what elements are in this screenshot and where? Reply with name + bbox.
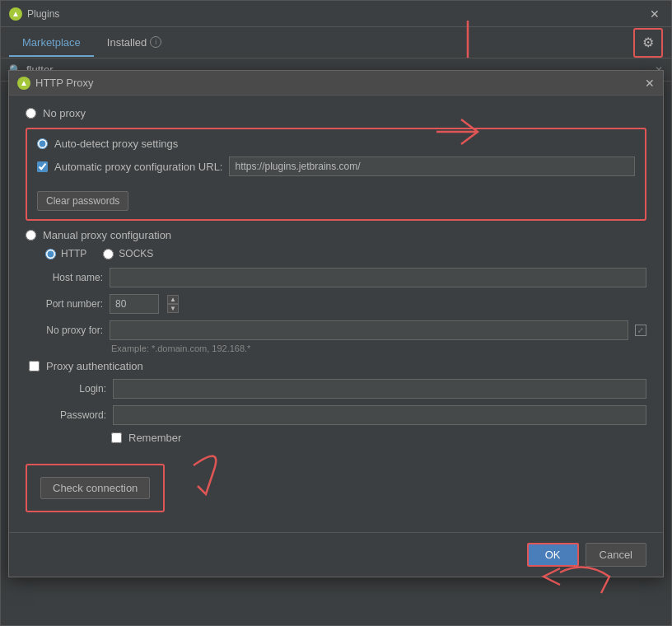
remember-checkbox[interactable] <box>111 432 122 443</box>
gear-settings-button[interactable]: ⚙ <box>633 28 663 58</box>
port-number-input[interactable] <box>110 294 159 314</box>
no-proxy-row: No proxy <box>26 107 646 119</box>
remember-label: Remember <box>128 432 181 444</box>
password-label: Password: <box>32 409 106 421</box>
gear-icon: ⚙ <box>642 35 654 50</box>
http-proxy-modal: ▲ HTTP Proxy ✕ No proxy Auto-detect prox… <box>8 70 664 577</box>
proxy-auth-section: Proxy authentication Login: Password: Re… <box>29 360 646 444</box>
host-name-input[interactable] <box>110 268 646 287</box>
login-label: Login: <box>32 383 106 395</box>
no-proxy-label: No proxy <box>43 107 86 119</box>
host-name-row: Host name: <box>29 268 646 287</box>
manual-proxy-label: Manual proxy configuration <box>43 229 171 241</box>
plugins-close-button[interactable]: ✕ <box>646 6 663 22</box>
auto-config-checkbox[interactable] <box>37 161 48 172</box>
port-spin-up[interactable]: ▲ <box>167 295 179 304</box>
proxy-auth-checkbox[interactable] <box>29 361 40 371</box>
auto-config-label: Automatic proxy configuration URL: <box>54 161 222 173</box>
host-name-label: Host name: <box>29 272 103 283</box>
auto-detect-label: Auto-detect proxy settings <box>54 138 178 150</box>
manual-proxy-section: Manual proxy configuration HTTP SOCKS Ho… <box>26 229 646 444</box>
check-connection-button[interactable]: Check connection <box>40 477 150 499</box>
plugins-title: ▲ Plugins <box>9 7 59 21</box>
example-text: Example: *.domain.com, 192.168.* <box>111 343 646 353</box>
ok-button[interactable]: OK <box>527 543 579 567</box>
port-number-label: Port number: <box>29 298 103 310</box>
tab-marketplace[interactable]: Marketplace <box>9 30 94 57</box>
modal-titlebar: ▲ HTTP Proxy ✕ <box>9 71 663 96</box>
proxy-auth-label: Proxy authentication <box>46 360 143 372</box>
port-spin-down[interactable]: ▼ <box>167 304 179 313</box>
info-icon: i <box>150 36 161 48</box>
port-number-row: Port number: ▲ ▼ <box>29 294 646 314</box>
modal-body: No proxy Auto-detect proxy settings Auto… <box>9 96 663 524</box>
manual-proxy-radio[interactable] <box>26 230 36 241</box>
modal-title-text: HTTP Proxy <box>35 77 94 89</box>
clear-passwords-button[interactable]: Clear passwords <box>37 191 128 211</box>
manual-proxy-header: Manual proxy configuration <box>26 229 646 241</box>
plugins-tabs-bar: Marketplace Installed i ⚙ <box>1 27 671 58</box>
http-label: HTTP <box>61 248 86 259</box>
no-proxy-radio[interactable] <box>26 108 36 119</box>
password-input[interactable] <box>113 405 646 425</box>
login-input[interactable] <box>113 379 646 399</box>
modal-footer: OK Cancel <box>9 532 663 577</box>
no-proxy-for-row: No proxy for: ⤢ <box>29 320 646 340</box>
auto-detect-header: Auto-detect proxy settings <box>37 138 635 150</box>
no-proxy-for-input[interactable] <box>110 320 628 340</box>
proxy-auth-checkbox-row: Proxy authentication <box>29 360 646 372</box>
modal-title: ▲ HTTP Proxy <box>17 77 94 90</box>
port-spinner: ▲ ▼ <box>167 295 179 313</box>
auto-config-row: Automatic proxy configuration URL: <box>37 156 635 176</box>
http-radio[interactable] <box>45 249 56 259</box>
android-icon: ▲ <box>9 7 22 21</box>
socks-radio[interactable] <box>103 249 114 259</box>
auto-config-url-input[interactable] <box>229 156 635 176</box>
plugins-titlebar: ▲ Plugins ✕ <box>1 1 671 27</box>
modal-android-icon: ▲ <box>17 77 30 90</box>
expand-icon[interactable]: ⤢ <box>635 325 646 336</box>
tab-installed[interactable]: Installed i <box>94 30 175 57</box>
login-row: Login: <box>32 379 646 399</box>
remember-row: Remember <box>111 432 646 444</box>
socks-label: SOCKS <box>119 248 153 259</box>
password-row: Password: <box>32 405 646 425</box>
check-connection-area: Check connection <box>26 464 165 512</box>
cancel-button[interactable]: Cancel <box>586 543 646 567</box>
auto-detect-radio[interactable] <box>37 138 48 149</box>
plugins-title-text: Plugins <box>27 8 59 20</box>
auto-detect-section: Auto-detect proxy settings Automatic pro… <box>26 128 646 221</box>
no-proxy-for-label: No proxy for: <box>29 325 103 336</box>
modal-close-button[interactable]: ✕ <box>645 77 655 90</box>
http-protocol-option: HTTP <box>45 248 86 259</box>
protocol-row: HTTP SOCKS <box>45 248 646 259</box>
socks-protocol-option: SOCKS <box>103 248 153 259</box>
